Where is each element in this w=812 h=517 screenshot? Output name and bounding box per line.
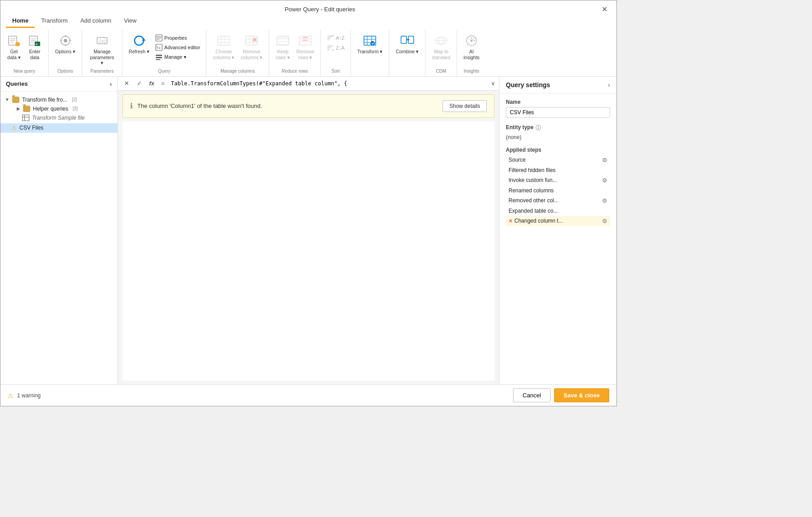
svg-rect-29 bbox=[156, 59, 160, 60]
qs-entity-value: (none) bbox=[506, 134, 610, 140]
map-to-standard-label: Map tostandard bbox=[432, 49, 450, 60]
get-data-button[interactable]: ↓ Getdata ▾ bbox=[4, 32, 24, 62]
ribbon-group-parameters: {x} Manageparameters ▾ Parameters bbox=[82, 30, 122, 76]
query-settings-title: Query settings bbox=[506, 81, 550, 88]
step-changed-column[interactable]: ✕ Changed column t... ⚙ bbox=[506, 216, 610, 226]
step-invoke-custom-gear[interactable]: ⚙ bbox=[602, 177, 607, 184]
formula-confirm-button[interactable]: ✓ bbox=[134, 79, 144, 88]
remove-rows-button[interactable]: Removerows ▾ bbox=[294, 32, 317, 62]
advanced-editor-button[interactable]: fx Advanced editor bbox=[153, 43, 203, 52]
transform-button[interactable]: Transform ▾ bbox=[355, 32, 385, 56]
ribbon-group-insights: AIinsights Insights bbox=[457, 30, 486, 76]
combine-label: Combine ▾ bbox=[396, 49, 419, 55]
formula-fx-button[interactable]: fx bbox=[147, 79, 157, 88]
footer-warning-text: 1 warning bbox=[17, 392, 41, 399]
data-grid bbox=[122, 121, 495, 381]
manage-parameters-button[interactable]: {x} Manageparameters ▾ bbox=[86, 32, 118, 68]
map-to-standard-button[interactable]: Map tostandard bbox=[429, 32, 453, 62]
remove-columns-label: Removecolumns ▾ bbox=[241, 49, 262, 60]
ai-insights-label: AIinsights bbox=[463, 49, 480, 60]
step-expanded-table[interactable]: Expanded table co... bbox=[506, 206, 610, 216]
properties-button[interactable]: Properties bbox=[153, 33, 203, 42]
options-label: Options ▾ bbox=[55, 49, 75, 55]
sidebar-header: Queries ‹ bbox=[0, 77, 117, 92]
main-area: Queries ‹ ▼ Transform file fro... [2] ▶ … bbox=[0, 77, 616, 384]
refresh-button[interactable]: Refresh ▾ bbox=[126, 32, 152, 56]
sort-asc-button[interactable]: A↑Z bbox=[324, 33, 347, 42]
sort-desc-button[interactable]: Z↓A bbox=[324, 43, 347, 52]
step-invoke-custom[interactable]: Invoke custom fun... ⚙ bbox=[506, 175, 610, 186]
svg-rect-30 bbox=[218, 36, 229, 45]
map-to-standard-icon bbox=[434, 33, 448, 48]
get-data-icon: ↓ bbox=[7, 33, 21, 48]
enter-data-icon: + bbox=[28, 33, 42, 48]
manage-parameters-label: Manageparameters ▾ bbox=[89, 49, 116, 66]
combine-button[interactable]: Combine ▾ bbox=[393, 32, 421, 56]
step-filtered-hidden[interactable]: Filtered hidden files bbox=[506, 165, 610, 175]
sidebar-group-header-transform-file[interactable]: ▼ Transform file fro... [2] bbox=[0, 95, 117, 104]
formula-expand-button[interactable]: ∨ bbox=[491, 80, 495, 87]
error-message: The column 'Column1' of the table wasn't… bbox=[137, 102, 262, 109]
formula-cancel-button[interactable]: ✕ bbox=[121, 79, 131, 88]
sidebar-item-csv-files[interactable]: ⚠ CSV Files bbox=[0, 123, 117, 133]
transform-icon bbox=[363, 33, 377, 48]
tab-view[interactable]: View bbox=[118, 14, 143, 28]
svg-text:↓: ↓ bbox=[16, 43, 18, 47]
query-group-label: Query bbox=[126, 68, 202, 75]
ai-insights-button[interactable]: AIinsights bbox=[461, 32, 482, 62]
cancel-button[interactable]: Cancel bbox=[513, 388, 550, 402]
choose-columns-button[interactable]: Choosecolumns ▾ bbox=[210, 32, 237, 62]
query-settings-panel: Query settings › Name Entity type ⓘ (non… bbox=[499, 77, 616, 384]
helper-badge: [3] bbox=[73, 106, 78, 111]
formula-input[interactable] bbox=[169, 79, 488, 88]
app-title: Power Query - Edit queries bbox=[42, 6, 598, 13]
step-changed-column-gear[interactable]: ⚙ bbox=[602, 218, 607, 224]
tab-add-column[interactable]: Add column bbox=[74, 14, 118, 28]
qs-applied-steps-label: Applied steps bbox=[506, 147, 610, 153]
folder-icon bbox=[12, 97, 19, 103]
step-error-icon: ✕ bbox=[509, 218, 513, 224]
sidebar-csv-files-label: CSV Files bbox=[19, 125, 43, 131]
keep-rows-button[interactable]: Keeprows ▾ bbox=[273, 32, 293, 62]
show-details-button[interactable]: Show details bbox=[443, 100, 487, 112]
tab-home[interactable]: Home bbox=[6, 14, 35, 28]
qs-entity-info-icon[interactable]: ⓘ bbox=[536, 124, 541, 132]
step-source[interactable]: Source ⚙ bbox=[506, 155, 610, 165]
combine-icon bbox=[400, 33, 415, 48]
query-settings-header: Query settings › bbox=[499, 77, 616, 93]
step-changed-column-label: Changed column t... bbox=[514, 218, 563, 224]
step-filtered-hidden-label: Filtered hidden files bbox=[509, 167, 555, 173]
options-group-label: Options bbox=[52, 68, 78, 75]
save-close-button[interactable]: Save & close bbox=[554, 388, 609, 402]
step-source-label: Source bbox=[509, 157, 526, 163]
ribbon: ↓ Getdata ▾ + Enterdata bbox=[0, 28, 616, 77]
tab-transform[interactable]: Transform bbox=[35, 14, 74, 28]
advanced-editor-label: Advanced editor bbox=[164, 45, 201, 50]
reduce-rows-group-label: Reduce rows bbox=[273, 68, 317, 75]
options-button[interactable]: Options ▾ bbox=[52, 32, 78, 56]
ribbon-group-transform: Transform ▾ bbox=[351, 30, 389, 76]
step-source-gear[interactable]: ⚙ bbox=[602, 157, 607, 163]
enter-data-button[interactable]: + Enterdata bbox=[25, 32, 45, 62]
step-renamed-columns[interactable]: Renamed columns bbox=[506, 186, 610, 196]
error-banner: ℹ The column 'Column1' of the table wasn… bbox=[122, 94, 495, 118]
query-settings-expand-button[interactable]: › bbox=[608, 81, 610, 88]
ribbon-group-sort: A↑Z Z↓A Sort bbox=[321, 30, 351, 76]
new-query-group-label: New query bbox=[4, 68, 45, 75]
qs-entity-label: Entity type bbox=[506, 124, 533, 130]
svg-marker-67 bbox=[408, 38, 410, 41]
qs-name-input[interactable] bbox=[506, 107, 610, 118]
remove-columns-icon bbox=[244, 33, 259, 48]
step-removed-other-gear[interactable]: ⚙ bbox=[602, 197, 607, 204]
remove-columns-button[interactable]: Removecolumns ▾ bbox=[238, 32, 265, 62]
sidebar-item-transform-sample[interactable]: Transform Sample file bbox=[0, 113, 117, 122]
svg-rect-46 bbox=[277, 36, 289, 39]
step-removed-other[interactable]: Removed other col... ⚙ bbox=[506, 196, 610, 206]
sidebar-item-helper-queries[interactable]: ▶ Helper queries [3] bbox=[0, 104, 117, 113]
manage-button[interactable]: Manage ▾ bbox=[153, 52, 203, 61]
expand-icon: ▼ bbox=[5, 97, 9, 102]
properties-label: Properties bbox=[164, 35, 187, 41]
close-button[interactable]: ✕ bbox=[598, 4, 611, 14]
sidebar-collapse-button[interactable]: ‹ bbox=[110, 80, 112, 88]
sidebar-group-transform-file: ▼ Transform file fro... [2] ▶ Helper que… bbox=[0, 94, 117, 123]
